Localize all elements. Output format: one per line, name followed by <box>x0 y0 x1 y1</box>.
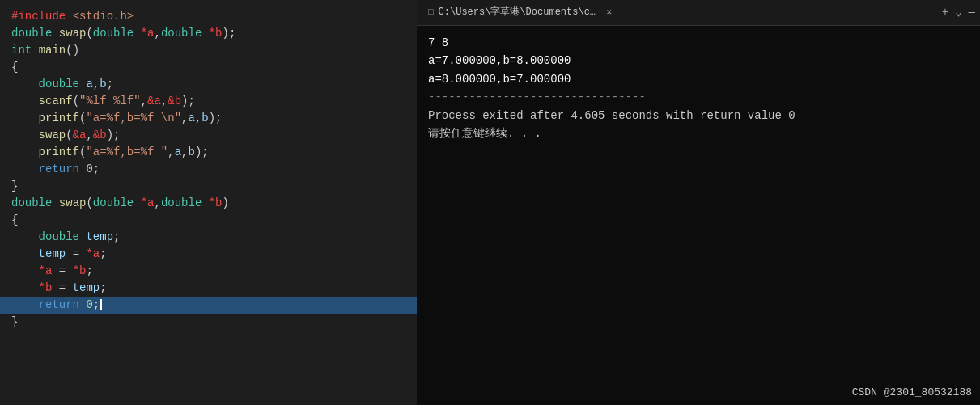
code-editor: #include <stdio.h> double swap(double *a… <box>0 0 417 405</box>
code-line-9: printf("a=%f,b=%f ",a,b); <box>11 144 405 161</box>
terminal-nav-down[interactable]: ⌄ <box>955 3 961 21</box>
terminal-tab[interactable]: □ C:\Users\字草港\Documents\c... ✕ <box>422 0 620 25</box>
terminal-tab-actions: + ⌄ — <box>942 3 975 21</box>
terminal-output: 7 8 a=7.000000,b=8.000000 a=8.000000,b=7… <box>417 26 980 382</box>
terminal-panel: □ C:\Users\字草港\Documents\c... ✕ + ⌄ — 7 … <box>417 0 980 405</box>
code-line-2: double swap(double *a,double *b); <box>11 25 405 42</box>
code-line-11: } <box>11 178 405 195</box>
terminal-tab-close[interactable]: ✕ <box>605 6 614 20</box>
output-separator: -------------------------------- <box>428 88 969 106</box>
code-line-13: { <box>11 212 405 229</box>
terminal-tab-title: C:\Users\字草港\Documents\c... <box>439 5 600 20</box>
code-line-12: double swap(double *a,double *b) <box>11 195 405 212</box>
code-line-7: printf("a=%f,b=%f \n",a,b); <box>11 110 405 127</box>
watermark: CSDN @2301_80532188 <box>417 382 980 405</box>
code-line-3: int main() <box>11 42 405 59</box>
output-process: Process exited after 4.605 seconds with … <box>428 107 969 124</box>
code-line-19: } <box>11 314 405 331</box>
code-line-5: double a,b; <box>11 76 405 93</box>
output-line-1: 7 8 <box>428 34 969 52</box>
code-content: #include <stdio.h> double swap(double *a… <box>11 8 405 331</box>
output-line-2: a=7.000000,b=8.000000 <box>428 52 969 70</box>
code-line-8: swap(&a,&b); <box>11 127 405 144</box>
code-line-4: { <box>11 59 405 76</box>
code-line-15: temp = *a; <box>11 246 405 263</box>
code-line-16: *a = *b; <box>11 263 405 280</box>
code-line-10: return 0; <box>11 161 405 178</box>
terminal-tab-icon: □ <box>428 6 434 20</box>
output-line-3: a=8.000000,b=7.000000 <box>428 70 969 88</box>
code-line-1: #include <stdio.h> <box>11 8 405 25</box>
terminal-add-tab[interactable]: + <box>942 3 948 21</box>
code-line-6: scanf("%lf %lf",&a,&b); <box>11 93 405 110</box>
output-continue: 请按任意键继续. . . <box>428 124 969 142</box>
code-line-18: return 0; <box>0 297 417 314</box>
terminal-tab-bar[interactable]: □ C:\Users\字草港\Documents\c... ✕ + ⌄ — <box>417 0 980 26</box>
code-line-14: double temp; <box>11 229 405 246</box>
code-line-17: *b = temp; <box>11 280 405 297</box>
terminal-minimize[interactable]: — <box>969 3 975 21</box>
